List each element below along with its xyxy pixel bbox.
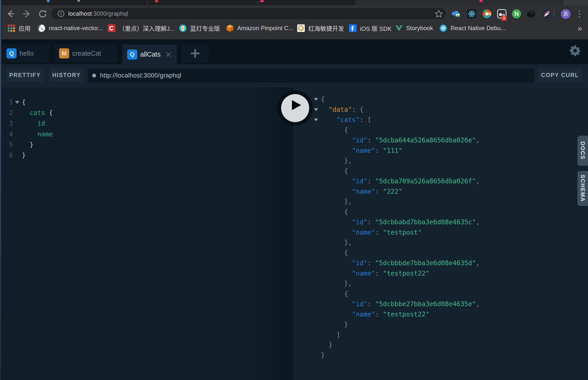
query-badge: Q xyxy=(6,48,17,58)
copy-curl-button[interactable]: COPY CURL xyxy=(537,68,583,82)
screenshot-root: localhost:3000/graphql xyxy=(0,0,588,380)
react-devtools-extension-icon[interactable] xyxy=(467,9,477,19)
mutation-badge: M xyxy=(59,48,69,58)
browser-toolbar: localhost:3000/graphql xyxy=(2,5,588,22)
fold-arrow-icon[interactable] xyxy=(314,98,318,101)
history-button[interactable]: HISTORY xyxy=(50,68,83,82)
docs-sidetab[interactable]: DOCS xyxy=(577,136,588,166)
settings-gear-icon[interactable] xyxy=(569,45,581,57)
tab-separator xyxy=(147,1,148,5)
tab-favicon-fragment xyxy=(155,0,158,2)
tab-favicon-fragment xyxy=(479,0,483,2)
graphql-playground: QhelloMcreateCatQallCats PRETTIFY HISTOR… xyxy=(2,39,588,380)
tab-label: allCats xyxy=(140,51,161,58)
bookmark-label: 红海敏捷开发 xyxy=(308,24,344,32)
new-tab-button[interactable] xyxy=(181,44,209,62)
bookmark-label: （重点）深入理解J... xyxy=(119,24,175,32)
bookmark-label: Amazon Pinpoint C... xyxy=(237,25,293,32)
result-pane: { "data": { "cats": [ { "id": "5dcba644a… xyxy=(295,87,588,380)
csdn-icon xyxy=(108,24,115,32)
apps-grid-icon xyxy=(8,24,15,32)
extension-badge: 1 xyxy=(501,16,507,21)
forward-icon[interactable] xyxy=(22,9,31,18)
rocket-extension-icon[interactable] xyxy=(542,9,552,19)
tab-label: hello xyxy=(19,50,34,57)
query-badge: Q xyxy=(127,49,137,59)
bookmark-star-icon[interactable] xyxy=(435,10,443,18)
close-tab-icon[interactable] xyxy=(166,52,171,57)
vue-icon xyxy=(395,24,403,32)
playground-toolbar: PRETTIFY HISTORY http://localhost:3000/g… xyxy=(2,64,588,87)
toolbar-separator xyxy=(553,10,554,18)
fold-arrow-icon[interactable] xyxy=(15,101,19,104)
bookmark-label: Storybook xyxy=(406,25,433,32)
bookmark-item[interactable]: Amazon Pinpoint C... xyxy=(226,22,293,34)
bookmark-label: 蓝灯专业版 xyxy=(190,24,220,32)
n-extension-icon[interactable]: N xyxy=(512,9,521,19)
tab-favicon-fragment xyxy=(260,0,264,2)
tab-separator xyxy=(257,1,258,5)
gold-ring-icon xyxy=(297,24,305,32)
bookmark-item[interactable]: iOS 版 SDK xyxy=(349,22,392,34)
plus-icon xyxy=(191,49,199,58)
play-icon xyxy=(292,100,301,110)
playground-tab-allCats[interactable]: QallCats xyxy=(122,44,177,64)
info-icon[interactable] xyxy=(58,10,64,17)
bookmark-item[interactable]: 红海敏捷开发 xyxy=(297,22,344,34)
endpoint-url: http://localhost:3000/graphql xyxy=(100,72,181,79)
aws-cube-icon xyxy=(226,24,234,32)
bookmark-item[interactable]: React Native Debu... xyxy=(440,22,506,34)
tab-label: createCat xyxy=(72,50,101,57)
fold-arrow-icon[interactable] xyxy=(314,118,318,121)
browser-active-tab-fragment[interactable] xyxy=(355,0,563,5)
bookmark-label: React Native Debu... xyxy=(450,25,506,32)
url-path: :3000/graphql xyxy=(92,10,128,17)
execute-button[interactable] xyxy=(281,94,309,122)
browser-tabstrip-corner xyxy=(563,0,588,5)
react-icon xyxy=(440,24,447,32)
endpoint-input[interactable]: http://localhost:3000/graphql xyxy=(88,69,535,83)
desktop-wallpaper-sliver xyxy=(0,0,2,380)
pane-divider[interactable] xyxy=(294,87,295,380)
bookmark-item[interactable]: 蓝灯专业版 xyxy=(179,22,220,34)
query-editor-pane[interactable]: 123456 { cats { id name }} xyxy=(2,87,294,380)
lantern-icon xyxy=(179,24,187,32)
query-code[interactable]: { cats { id name }} xyxy=(22,97,53,161)
fold-arrow-icon[interactable] xyxy=(314,108,318,111)
color-wheel-extension-icon[interactable] xyxy=(482,9,492,19)
bookmark-label: 应用 xyxy=(19,24,31,32)
profile-avatar[interactable]: 苏 xyxy=(561,9,570,19)
playground-tab-createCat[interactable]: McreateCat xyxy=(54,44,117,62)
editor-line-numbers: 123456 xyxy=(2,97,13,161)
address-bar[interactable]: localhost:3000/graphql xyxy=(51,8,446,19)
back-icon[interactable] xyxy=(6,9,15,18)
prettify-button[interactable]: PRETTIFY xyxy=(6,68,44,82)
bookmarks-overflow-icon[interactable]: » xyxy=(578,24,582,33)
endpoint-status-dot xyxy=(92,74,96,77)
result-json: { "data": { "cats": [ { "id": "5dcba644a… xyxy=(321,94,480,361)
tab-favicon-fragment xyxy=(77,0,80,2)
facebook-icon xyxy=(349,24,356,32)
bookmark-label: react-native-vector... xyxy=(49,25,103,32)
browser-tabstrip[interactable] xyxy=(2,0,588,5)
globe-icon xyxy=(38,24,45,32)
bookmark-item[interactable]: （重点）深入理解J... xyxy=(108,22,175,34)
playground-tab-hello[interactable]: Qhello xyxy=(2,44,49,62)
menu-dots-icon[interactable] xyxy=(579,10,580,18)
reload-icon[interactable] xyxy=(38,9,47,19)
cube-extension-icon[interactable] xyxy=(527,9,536,19)
tab-favicon-fragment xyxy=(47,0,50,2)
bookmark-item[interactable]: react-native-vector... xyxy=(38,22,103,34)
cloud-image-extension-icon[interactable] xyxy=(452,9,461,19)
url-text[interactable]: localhost:3000/graphql xyxy=(68,8,128,19)
bookmark-label: iOS 版 SDK xyxy=(360,24,392,32)
bookmark-item[interactable]: Storybook xyxy=(395,22,433,34)
bookmarks-bar: 应用 react-native-vector... （重点）深入理解J... 蓝… xyxy=(2,22,588,39)
url-domain: localhost xyxy=(68,10,92,17)
schema-sidetab[interactable]: SCHEMA xyxy=(577,171,588,206)
bookmark-item[interactable]: 应用 xyxy=(8,22,31,34)
